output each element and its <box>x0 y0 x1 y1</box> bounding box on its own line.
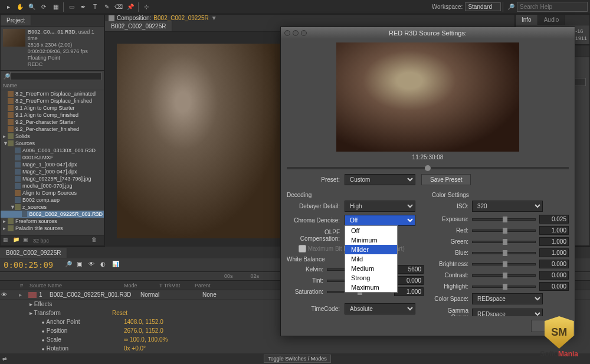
dialog-titlebar[interactable]: RED R3D Source Settings: <box>281 27 575 39</box>
comp-tab[interactable]: B002_C002_09225R <box>105 21 172 31</box>
name-column-header[interactable]: Name <box>1 81 104 90</box>
highlight-slider[interactable] <box>472 286 536 288</box>
project-item[interactable]: ▸Freeform sources <box>1 218 104 225</box>
toggle-switches-button[interactable]: Toggle Switches / Modes <box>264 355 331 363</box>
comp-icon[interactable]: ▣ <box>23 237 31 245</box>
scrub-slider[interactable] <box>287 167 569 169</box>
search-help-input[interactable] <box>517 2 588 12</box>
project-search-input[interactable] <box>10 72 101 80</box>
comp-mini-icon[interactable]: ▣ <box>77 261 85 269</box>
dropdown-option[interactable]: Maximum <box>345 283 397 292</box>
comp-flow-icon[interactable] <box>109 15 114 21</box>
brightness-slider[interactable] <box>472 263 536 265</box>
blend-mode-dropdown[interactable]: Normal <box>140 291 173 298</box>
project-item[interactable]: ▼z_sources <box>1 204 104 211</box>
search-layer-icon[interactable]: 🔎 <box>65 261 73 269</box>
visibility-icon[interactable]: 👁 <box>0 291 8 298</box>
dropdown-option[interactable]: Strong <box>345 273 397 283</box>
project-item[interactable]: 9.1 Align to Comp_finished <box>1 112 104 119</box>
blur-icon[interactable]: ◐ <box>100 261 109 269</box>
audio-tab[interactable]: Audio <box>538 15 566 25</box>
bpc-toggle[interactable]: 32 bpc <box>33 238 49 244</box>
dropdown-option[interactable]: Off <box>345 226 397 235</box>
project-item[interactable]: 8.2_FreeForm Displace_finished <box>1 97 104 104</box>
layer-color-swatch[interactable] <box>28 292 37 298</box>
zoom-tool-icon[interactable]: 🔍 <box>26 1 38 13</box>
project-item[interactable]: 9.1 Align to Comp Starter <box>1 104 104 112</box>
project-item[interactable]: 8.2_FreeForm Displace_animated <box>1 90 104 97</box>
timeline-tab[interactable]: B002_C002_09225R <box>0 248 67 258</box>
project-item[interactable]: mocha_[000-070].jpg <box>1 182 104 189</box>
exposure-input[interactable] <box>539 215 569 224</box>
col-parent[interactable]: Parent <box>195 283 230 288</box>
timecode-dropdown[interactable]: Absolute <box>345 303 415 314</box>
comp-name[interactable]: B002_C002_09225R <box>153 15 208 21</box>
maxbit-checkbox[interactable] <box>299 245 306 252</box>
green-slider[interactable] <box>472 241 536 243</box>
saturation-input[interactable] <box>394 287 424 296</box>
project-item[interactable]: Mage_09225R_[743-796].jpg <box>1 175 104 182</box>
project-item[interactable]: 9.2_Per-character_finished <box>1 126 104 133</box>
project-item[interactable]: ▼Sources <box>1 140 104 147</box>
dropdown-option[interactable]: Minimum <box>345 235 397 245</box>
blue-slider[interactable] <box>472 252 536 254</box>
dropdown-option[interactable]: Mild <box>345 254 397 264</box>
project-item[interactable]: Mage_2_[000-047].dpx <box>1 168 104 175</box>
trash-icon[interactable]: 🗑 <box>91 237 100 245</box>
exposure-slider[interactable] <box>472 218 536 221</box>
graph-icon[interactable]: 📊 <box>112 261 120 269</box>
folder-icon[interactable]: 📁 <box>13 237 21 245</box>
project-item[interactable]: Align to Comp Sources <box>1 189 104 196</box>
col-mode[interactable]: Mode <box>124 283 159 288</box>
project-item[interactable]: ▸Paladin title sources <box>1 225 104 232</box>
dropdown-option[interactable]: Milder <box>345 245 397 254</box>
project-item[interactable]: B002_C002_09225R_001.R3D <box>1 211 104 218</box>
property-row[interactable]: ⬥ Rotation0x +0.0° <box>0 344 590 353</box>
iso-dropdown[interactable]: 320 <box>472 201 543 212</box>
chroma-denoise-dropdown[interactable]: Off <box>345 215 415 226</box>
pen-tool-icon[interactable]: ✒ <box>77 1 89 13</box>
preset-dropdown[interactable]: Custom <box>345 174 415 185</box>
zoom-icon[interactable] <box>301 30 307 36</box>
col-source[interactable]: Source Name <box>30 283 124 288</box>
close-icon[interactable] <box>284 30 290 36</box>
green-input[interactable] <box>539 237 569 246</box>
workspace-dropdown[interactable]: Standard <box>465 2 501 11</box>
kelvin-input[interactable] <box>394 265 424 274</box>
colorspace-dropdown[interactable]: REDspace <box>472 293 543 304</box>
brush-tool-icon[interactable]: ✎ <box>101 1 113 13</box>
current-timecode[interactable]: 0:00:25:09 <box>4 260 53 270</box>
col-trkmat[interactable]: T TrkMat <box>159 283 195 288</box>
red-slider[interactable] <box>472 229 536 232</box>
layer-name[interactable]: B002_C002_09225R_001.R3D <box>46 291 140 298</box>
debayer-dropdown[interactable]: High <box>345 201 415 212</box>
red-input[interactable] <box>539 226 569 235</box>
project-item[interactable]: 0001RJ.MXF <box>1 154 104 161</box>
rect-tool-icon[interactable]: ▭ <box>65 1 77 13</box>
toggle-switches-icon[interactable]: ⇄ <box>2 356 7 362</box>
project-tab[interactable]: Project <box>1 15 31 25</box>
contrast-input[interactable] <box>539 271 569 280</box>
project-item[interactable]: B002 comp.aep <box>1 196 104 204</box>
highlight-input[interactable] <box>539 282 569 291</box>
interpret-icon[interactable]: ▦ <box>3 237 11 245</box>
info-tab[interactable]: Info <box>516 15 538 25</box>
property-row[interactable]: ⬥ Scale∞ 100.0, 100.0% <box>0 335 590 344</box>
hand-tool-icon[interactable]: ✋ <box>14 1 26 13</box>
project-item[interactable]: 9.2_Per-character Starter <box>1 119 104 126</box>
rotate-tool-icon[interactable]: ⟳ <box>38 1 50 13</box>
project-tree[interactable]: 8.2_FreeForm Displace_animated8.2_FreeFo… <box>1 90 104 235</box>
dropdown-option[interactable]: Medium <box>345 264 397 273</box>
chroma-denoise-menu[interactable]: OffMinimumMilderMildMediumStrongMaximum <box>345 225 398 293</box>
pin-tool-icon[interactable]: 📌 <box>124 1 136 13</box>
tint-input[interactable] <box>394 276 424 285</box>
project-item[interactable]: ▸Solids <box>1 133 104 140</box>
axis-tool-icon[interactable]: ⊹ <box>140 1 152 13</box>
project-item[interactable]: Mage_1_[000-047].dpx <box>1 161 104 168</box>
gamma-dropdown[interactable]: REDspace <box>472 309 543 317</box>
parent-dropdown[interactable]: None <box>202 291 235 298</box>
brightness-input[interactable] <box>539 260 569 268</box>
blue-input[interactable] <box>539 248 569 257</box>
minimize-icon[interactable] <box>293 30 299 36</box>
stamp-tool-icon[interactable]: ⌫ <box>113 1 124 13</box>
